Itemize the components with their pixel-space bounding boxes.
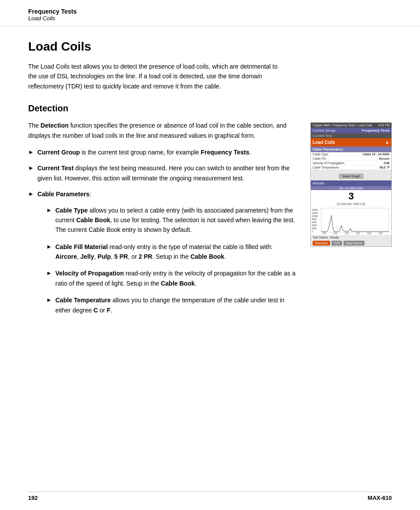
detection-description: The Detection function specifies the pre… [28,121,297,140]
arrow-icon-5: ► [46,242,52,252]
jelly-label: Jelly [81,253,94,260]
cable-book-label-2: Cable Book [190,253,224,260]
cable-temp-label: Cable Temperature [55,297,111,304]
device-param-velocity: Velocity of Propagation: 0.66 [311,161,391,165]
tdr-button[interactable]: TDR [332,241,342,246]
device-topbar: Copper Main \ Frequency Tests \ Load Coi… [311,123,391,128]
detection-section: The Detection function specifies the pre… [28,121,392,328]
device-load-coils-sub: (5.029 kHz, 945.0 Ω) [311,202,391,206]
svg-text:12000: 12000 [312,212,318,214]
device-chart-area: 14000 12000 10000 8000 6000 4000 2000 0 … [311,206,391,235]
frequency-tests-label: Frequency Tests [201,149,249,156]
device-cable-type-label: Cable Type: [313,153,329,156]
main-content: Load Coils The Load Coils test allows yo… [0,26,420,346]
page-header: Frequency Tests Load Coils [0,0,420,26]
device-current-test-label-row: Current Test: [311,133,391,138]
svg-text:2.00: 2.00 [333,232,337,235]
cable-params-label: Cable Parameters [37,191,89,198]
current-test-label: Current Test [37,165,74,172]
device-cable-fill-value: Aircore [379,157,390,160]
device-param-cable-type: Cable Type: Cable 24 - 24 AWG [311,152,391,157]
device-velocity-value: 0.66 [383,161,390,165]
cable-book-label-3: Cable Book [161,280,195,287]
arrow-icon-3: ► [28,190,34,199]
device-chart-svg: 14000 12000 10000 8000 6000 4000 2000 0 … [311,206,391,235]
device-time: 4:52 PM [378,124,390,127]
cable-book-label-1: Cable Book [76,216,110,224]
device-results-header: Results: [311,180,391,186]
device-cable-type-value: Cable 24 - 24 AWG [363,153,390,156]
bullet-current-group: ► Current Group is the current test grou… [28,147,297,157]
sub-bullet-list: ► Cable Type allows you to select a cabl… [46,205,297,316]
device-load-coils-count: 3 [311,190,391,202]
svg-text:8.00: 8.00 [368,232,372,235]
svg-text:6000: 6000 [312,221,317,224]
product-name: MAX-610 [368,495,392,501]
breadcrumb-subsection: Load Coils [28,15,392,22]
cable-type-label: Cable Type [55,207,88,214]
device-velocity-label: Velocity of Propagation: [313,161,345,165]
device-current-group-row: Current Group: Frequency Tests [311,128,391,133]
degree-c-label: C [93,307,98,314]
arrow-icon-7: ► [46,296,52,305]
device-current-test-label: Current Test: [313,134,333,138]
svg-text:2000: 2000 [312,227,317,230]
device-select-graph-row: Select Graph [311,170,391,180]
aircore-label: Aircore [55,253,77,260]
svg-text:4000: 4000 [312,224,317,227]
device-current-group-label: Current Group: [313,128,336,132]
velocity-text: Velocity of Propagation read-only entry … [55,268,297,288]
page-number: 192 [28,495,38,501]
cable-temp-text: Cable Temperature allows you to change t… [55,295,297,315]
2pr-label: 2 PR [139,253,152,260]
device-cable-temp-value: 68.0 °F [379,166,390,169]
svg-text:14000: 14000 [312,209,318,211]
device-action-buttons: Detection TDR Save Result [311,240,391,246]
detection-button[interactable]: Detection [313,241,330,246]
sub-bullet-velocity: ► Velocity of Propagation read-only entr… [46,268,297,288]
main-bullet-list: ► Current Group is the current test grou… [28,147,297,322]
bullet-cable-params: ► Cable Parameters: ► Cable Type allows … [28,189,297,322]
breadcrumb-section: Frequency Tests [28,8,392,15]
device-param-cable-temp: Cable Temperature: 68.0 °F [311,165,391,170]
arrow-icon-1: ► [28,148,34,157]
pulp-label: Pulp [97,253,111,260]
arrow-icon-2: ► [28,164,34,173]
sub-bullet-cable-fill: ► Cable Fill Material read-only entry is… [46,242,297,262]
velocity-label: Velocity of Propagation [55,270,124,277]
cable-fill-text: Cable Fill Material read-only entry is t… [55,242,297,262]
device-cable-fill-label: Cable Fill: [313,157,326,160]
sub-bullet-cable-temp: ► Cable Temperature allows you to change… [46,295,297,315]
degree-f-label: F [107,307,111,314]
device-cable-temp-label: Cable Temperature: [313,166,339,169]
detection-text-column: The Detection function specifies the pre… [28,121,297,328]
device-status-row: Test Status: Ready [311,235,391,240]
bullet-current-test: ► Current Test displays the test being m… [28,163,297,183]
device-cable-params-header: Cable Parameters: [311,147,391,152]
device-path: Copper Main \ Frequency Tests \ Load Coi… [313,124,372,127]
detection-bold-label: Detection [41,122,69,129]
device-screenshot: Copper Main \ Frequency Tests \ Load Coi… [310,122,392,247]
device-param-cable-fill: Cable Fill: Aircore [311,157,391,161]
cable-params-text: Cable Parameters: ► Cable Type allows yo… [37,189,297,322]
sub-bullet-cable-type: ► Cable Type allows you to select a cabl… [46,205,297,235]
chevron-right-icon: ► [386,140,390,145]
device-status-value: Ready [330,236,339,239]
5pr-label: 5 PR [114,253,128,260]
current-test-text: Current Test displays the test being mea… [37,163,297,183]
svg-text:4.00: 4.00 [345,232,349,235]
intro-paragraph: The Load Coils test allows you to detect… [28,62,284,91]
device-current-group-value: Frequency Tests [362,128,390,132]
device-load-coils-title: Load Coils [313,140,335,145]
device-status-label: Test Status: [313,236,329,239]
device-no-load-coils-label: No. of Load Coils [311,186,391,190]
select-graph-button[interactable]: Select Graph [339,174,363,179]
svg-text:1.00: 1.00 [322,232,326,235]
page-footer: 192 MAX-610 [28,492,392,501]
current-group-text: Current Group is the current test group … [37,147,297,157]
svg-text:6.00: 6.00 [356,232,360,235]
svg-rect-8 [321,208,389,232]
save-result-button[interactable]: Save Result [343,241,365,246]
svg-text:10000: 10000 [312,215,318,217]
svg-text:8000: 8000 [312,218,317,220]
